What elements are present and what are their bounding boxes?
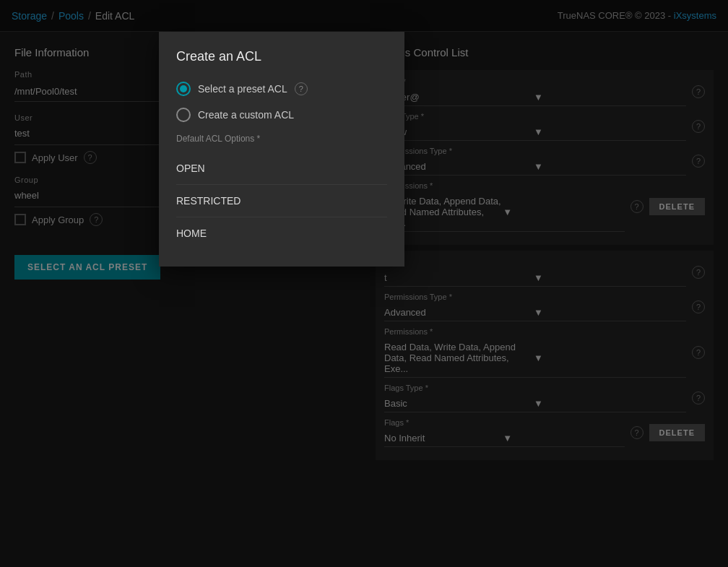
radio-custom-circle[interactable] [176, 108, 191, 122]
radio-preset-label: Select a preset ACL [198, 83, 287, 95]
preset-help-icon[interactable]: ? [295, 82, 308, 95]
radio-custom-label: Create a custom ACL [198, 109, 294, 121]
create-acl-modal: Create an ACL Select a preset ACL ? Crea… [159, 32, 404, 267]
preset-home[interactable]: HOME [176, 217, 387, 249]
radio-preset[interactable]: Select a preset ACL ? [176, 82, 387, 96]
radio-custom[interactable]: Create a custom ACL [176, 108, 387, 122]
modal-title: Create an ACL [176, 49, 387, 64]
preset-list: OPEN RESTRICTED HOME [176, 152, 387, 249]
preset-restricted[interactable]: RESTRICTED [176, 185, 387, 217]
modal-overlay[interactable]: Create an ACL Select a preset ACL ? Crea… [0, 0, 728, 567]
preset-open[interactable]: OPEN [176, 152, 387, 185]
radio-preset-circle[interactable] [176, 82, 191, 96]
default-acl-label: Default ACL Options * [176, 134, 387, 144]
